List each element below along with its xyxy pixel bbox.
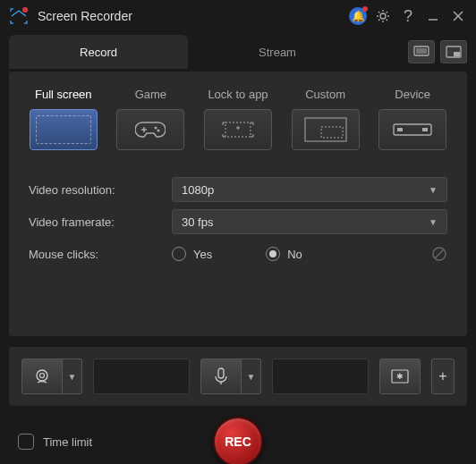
- main-panel: Full screen Game Lock to app Custom Devi…: [9, 72, 467, 336]
- settings-button[interactable]: [372, 5, 394, 27]
- svg-rect-27: [397, 128, 403, 131]
- chevron-down-icon: ▼: [429, 217, 438, 227]
- tab-record[interactable]: Record: [9, 35, 188, 69]
- resolution-select[interactable]: 1080p ▼: [172, 177, 447, 202]
- svg-line-8: [378, 20, 380, 21]
- minimize-button[interactable]: [422, 5, 444, 27]
- svg-rect-14: [416, 48, 427, 54]
- svg-rect-28: [422, 128, 428, 131]
- overlay-button[interactable]: ✱: [379, 359, 421, 394]
- monitor-icon: [413, 46, 429, 58]
- svg-line-6: [378, 12, 380, 13]
- framerate-select[interactable]: 30 fps ▼: [172, 209, 447, 234]
- svg-rect-24: [305, 118, 346, 141]
- time-limit-checkbox[interactable]: Time limit: [18, 434, 92, 450]
- window-title: Screen Recorder: [38, 9, 344, 23]
- svg-rect-25: [321, 127, 343, 138]
- svg-point-31: [37, 370, 47, 381]
- mode-full-screen[interactable]: Full screen: [29, 88, 98, 150]
- svg-rect-33: [218, 368, 224, 378]
- pip-button[interactable]: [440, 40, 467, 63]
- svg-point-1: [380, 13, 386, 19]
- lock-app-icon: [218, 117, 258, 142]
- mouse-clicks-label: Mouse clicks:: [29, 248, 172, 261]
- tab-stream[interactable]: Stream: [188, 35, 367, 69]
- disabled-icon: [431, 246, 447, 262]
- resolution-label: Video resolution:: [29, 183, 172, 197]
- custom-area-icon: [302, 114, 350, 145]
- mode-game[interactable]: Game: [116, 88, 186, 150]
- help-button[interactable]: ?: [397, 5, 419, 27]
- app-logo-icon: [9, 6, 29, 26]
- checkbox-icon: [18, 434, 34, 450]
- bell-icon: 🔔: [349, 7, 367, 25]
- mouse-yes-radio[interactable]: Yes: [172, 247, 212, 261]
- mouse-no-radio[interactable]: No: [266, 247, 302, 261]
- notifications-button[interactable]: 🔔: [347, 5, 369, 27]
- close-icon: [453, 11, 463, 21]
- close-button[interactable]: [447, 5, 469, 27]
- svg-rect-16: [454, 52, 460, 56]
- device-bar: ▼ ▼ ✱ +: [9, 347, 467, 406]
- svg-point-0: [22, 7, 28, 13]
- chevron-down-icon: ▼: [429, 185, 438, 195]
- mic-button[interactable]: [200, 359, 242, 394]
- mic-icon: [214, 367, 228, 385]
- gear-icon: [376, 9, 390, 23]
- radio-icon: [172, 247, 186, 261]
- fullscreen-preview-button[interactable]: [408, 40, 435, 63]
- webcam-icon: [33, 367, 51, 385]
- svg-line-9: [387, 20, 388, 21]
- mic-level: [272, 359, 369, 394]
- svg-point-32: [40, 374, 45, 378]
- webcam-button[interactable]: [21, 359, 63, 394]
- mode-custom[interactable]: Custom: [291, 88, 361, 150]
- svg-line-7: [387, 12, 388, 13]
- svg-text:✱: ✱: [396, 372, 404, 381]
- record-button[interactable]: REC: [213, 417, 263, 464]
- mode-lock-to-app[interactable]: Lock to app: [203, 88, 273, 150]
- gamepad-icon: [135, 120, 166, 139]
- webcam-dropdown[interactable]: ▼: [63, 359, 82, 394]
- svg-point-19: [155, 127, 157, 130]
- svg-point-20: [157, 130, 160, 132]
- overlay-icon: ✱: [391, 369, 409, 384]
- device-icon: [392, 121, 433, 139]
- pip-icon: [446, 46, 462, 58]
- mode-device[interactable]: Device: [378, 88, 447, 150]
- add-overlay-button[interactable]: +: [431, 359, 455, 394]
- svg-line-30: [435, 249, 444, 258]
- framerate-label: Video framerate:: [29, 215, 172, 229]
- radio-icon: [266, 247, 280, 261]
- mic-dropdown[interactable]: ▼: [242, 359, 261, 394]
- webcam-level: [93, 359, 190, 394]
